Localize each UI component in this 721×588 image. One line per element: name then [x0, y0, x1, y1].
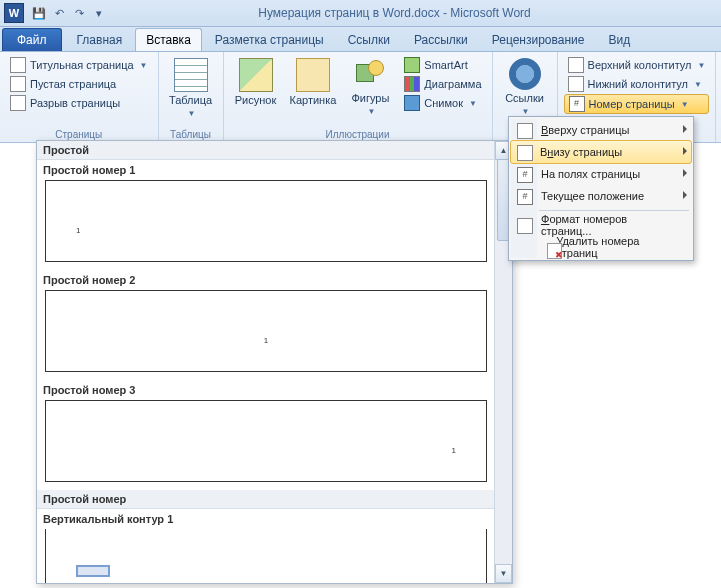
clipart-icon	[296, 58, 330, 92]
menu-remove-label: далить номера страниц	[556, 235, 639, 259]
menu-current-label: Текущее положение	[541, 190, 644, 202]
footer-button[interactable]: Нижний колонтитул▼	[564, 75, 710, 93]
page-number-digit: 1	[264, 336, 268, 345]
page-number-icon: #	[569, 96, 585, 112]
page-margins-icon: #	[517, 167, 533, 183]
menu-current-position[interactable]: # Текущее положение	[511, 185, 691, 207]
table-label: Таблица	[169, 94, 212, 106]
shapes-label: Фигуры	[351, 92, 389, 104]
header-icon	[568, 57, 584, 73]
title-bar: W 💾 ↶ ↷ ▾ Нумерация страниц в Word.docx …	[0, 0, 721, 27]
gallery-item-3[interactable]: 1	[45, 400, 487, 482]
chevron-down-icon: ▼	[140, 61, 148, 70]
header-label: Верхний колонтитул	[588, 59, 692, 71]
tab-file[interactable]: Файл	[2, 28, 62, 51]
chevron-down-icon: ▼	[522, 107, 530, 116]
page-number-gallery: Простой Простой номер 1 1 Простой номер …	[36, 140, 513, 584]
chevron-down-icon: ▼	[694, 80, 702, 89]
window-title: Нумерация страниц в Word.docx - Microsof…	[108, 6, 721, 20]
submenu-arrow-icon	[683, 191, 687, 199]
menu-bottom-of-page[interactable]: Внизу страницы	[510, 140, 692, 164]
format-numbers-icon	[517, 218, 533, 234]
chevron-down-icon: ▼	[188, 109, 196, 118]
smartart-button[interactable]: SmartArt	[400, 56, 485, 74]
page-number-digit: 1	[76, 226, 80, 235]
tab-mailings[interactable]: Рассылки	[403, 28, 479, 51]
undo-icon[interactable]: ↶	[50, 4, 68, 22]
clipart-button[interactable]: Картинка	[286, 56, 341, 108]
page-top-icon	[517, 123, 533, 139]
page-number-button[interactable]: #Номер страницы▼	[564, 94, 710, 114]
table-button[interactable]: Таблица▼	[165, 56, 217, 122]
menu-format-label: ормат номеров страниц...	[541, 213, 627, 237]
menu-separator	[539, 210, 689, 211]
title-page-label: Титульная страница	[30, 59, 134, 71]
scroll-down-icon[interactable]: ▼	[495, 564, 512, 583]
menu-page-margins[interactable]: # На полях страницы	[511, 163, 691, 185]
page-break-label: Разрыв страницы	[30, 97, 120, 109]
page-number-label: Номер страницы	[589, 98, 675, 110]
submenu-arrow-icon	[683, 125, 687, 133]
chevron-down-icon: ▼	[681, 100, 689, 109]
shapes-icon	[354, 58, 386, 90]
current-position-icon: #	[517, 189, 533, 205]
group-tables: Таблица▼ Таблицы	[159, 52, 224, 142]
shapes-button[interactable]: Фигуры▼	[344, 56, 396, 120]
menu-margins-label: На полях страницы	[541, 168, 640, 180]
tab-references[interactable]: Ссылки	[337, 28, 401, 51]
chevron-down-icon: ▼	[697, 61, 705, 70]
footer-label: Нижний колонтитул	[588, 78, 688, 90]
menu-top-label: верху страницы	[548, 124, 629, 136]
links-icon	[509, 58, 541, 90]
gallery-item-4[interactable]	[45, 529, 487, 583]
footer-icon	[568, 76, 584, 92]
clipart-label: Картинка	[290, 94, 337, 106]
tab-view[interactable]: Вид	[597, 28, 641, 51]
links-label: Ссылки	[505, 92, 544, 104]
chart-button[interactable]: Диаграмма	[400, 75, 485, 93]
gallery-item-2-label: Простой номер 2	[37, 270, 495, 288]
picture-button[interactable]: Рисунок	[230, 56, 282, 108]
page-number-digit: 1	[452, 446, 456, 455]
menu-remove-page-numbers[interactable]: ✖ Удалить номера страниц	[511, 236, 691, 258]
save-icon[interactable]: 💾	[30, 4, 48, 22]
screenshot-button[interactable]: Снимок▼	[400, 94, 485, 112]
blank-page-label: Пустая страница	[30, 78, 116, 90]
picture-label: Рисунок	[235, 94, 277, 106]
word-app-icon: W	[4, 3, 24, 23]
menu-top-of-page[interactable]: Вверху страницы	[511, 119, 691, 141]
qat-more-icon[interactable]: ▾	[90, 4, 108, 22]
header-button[interactable]: Верхний колонтитул▼	[564, 56, 710, 74]
smartart-label: SmartArt	[424, 59, 467, 71]
screenshot-label: Снимок	[424, 97, 463, 109]
group-text: AНадпись▼	[716, 52, 721, 142]
chevron-down-icon: ▼	[367, 107, 375, 116]
page-break-button[interactable]: Разрыв страницы	[6, 94, 152, 112]
chart-label: Диаграмма	[424, 78, 481, 90]
gallery-item-3-label: Простой номер 3	[37, 380, 495, 398]
tab-layout[interactable]: Разметка страницы	[204, 28, 335, 51]
vertical-outline-icon	[76, 565, 110, 577]
links-button[interactable]: Ссылки▼	[499, 56, 551, 120]
quick-access-toolbar: 💾 ↶ ↷ ▾	[30, 4, 108, 22]
tab-home[interactable]: Главная	[66, 28, 134, 51]
smartart-icon	[404, 57, 420, 73]
tab-review[interactable]: Рецензирование	[481, 28, 596, 51]
ribbon-tabstrip: Файл Главная Вставка Разметка страницы С…	[0, 27, 721, 52]
blank-page-icon	[10, 76, 26, 92]
page-number-menu: Вверху страницы Внизу страницы # На поля…	[508, 116, 694, 261]
menu-format-page-numbers[interactable]: Формат номеров страниц...	[511, 214, 691, 236]
tab-insert[interactable]: Вставка	[135, 28, 202, 51]
group-illustrations: Рисунок Картинка Фигуры▼ SmartArt Диагра…	[224, 52, 493, 142]
title-page-button[interactable]: Титульная страница▼	[6, 56, 152, 74]
gallery-section-simple-number: Простой номер	[37, 490, 495, 509]
menu-bottom-label: изу страницы	[553, 146, 622, 158]
table-icon	[174, 58, 208, 92]
redo-icon[interactable]: ↷	[70, 4, 88, 22]
blank-page-button[interactable]: Пустая страница	[6, 75, 152, 93]
gallery-section-simple: Простой	[37, 141, 495, 160]
gallery-item-2[interactable]: 1	[45, 290, 487, 372]
page-break-icon	[10, 95, 26, 111]
chart-icon	[404, 76, 420, 92]
gallery-item-1[interactable]: 1	[45, 180, 487, 262]
